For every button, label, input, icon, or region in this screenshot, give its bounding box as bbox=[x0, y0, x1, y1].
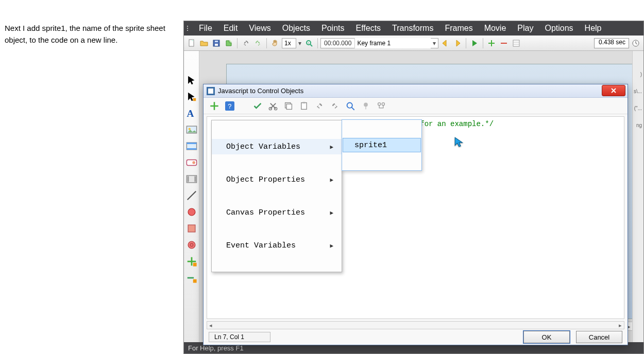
ctx-item-object-properties[interactable]: Object Properties▶ bbox=[212, 172, 342, 187]
remove-tool-icon[interactable] bbox=[186, 272, 197, 284]
timecode-label: 00:00.000 bbox=[321, 40, 354, 47]
next-frame-icon[interactable] bbox=[452, 38, 463, 49]
duration-display: 0.438 sec bbox=[594, 38, 629, 48]
clock-icon[interactable] bbox=[630, 38, 641, 49]
undo-icon[interactable] bbox=[240, 38, 251, 49]
video-tool-icon[interactable] bbox=[186, 140, 197, 152]
new-file-icon[interactable] bbox=[186, 38, 197, 49]
redo-icon[interactable] bbox=[252, 38, 264, 49]
polygon-tool-icon[interactable] bbox=[186, 239, 197, 251]
object-variables-submenu: sprite1 bbox=[342, 119, 422, 171]
svg-rect-39 bbox=[286, 104, 292, 109]
zoom-dropdown-icon[interactable]: ▾ bbox=[297, 40, 302, 47]
insert-context-menu: Object Variables▶ Object Properties▶ Can… bbox=[211, 120, 342, 272]
svg-rect-30 bbox=[187, 277, 193, 279]
paste-icon[interactable] bbox=[299, 101, 309, 111]
frame-name-input[interactable] bbox=[354, 38, 431, 48]
menu-play[interactable]: Play bbox=[512, 24, 539, 33]
menu-points[interactable]: Points bbox=[316, 24, 350, 33]
check-syntax-icon[interactable] bbox=[253, 101, 262, 111]
add-tool-icon[interactable] bbox=[186, 256, 197, 267]
rect-tool-icon[interactable] bbox=[186, 223, 197, 234]
svg-text:+: + bbox=[308, 41, 310, 44]
select-tool-icon[interactable] bbox=[186, 75, 197, 86]
ctx-item-object-variables[interactable]: Object Variables▶ bbox=[212, 139, 342, 154]
svg-rect-41 bbox=[302, 102, 305, 103]
svg-rect-45 bbox=[365, 106, 366, 109]
svg-text:?: ? bbox=[228, 102, 231, 110]
menu-transforms[interactable]: Transforms bbox=[386, 24, 439, 33]
svg-point-27 bbox=[188, 241, 195, 249]
zoom-fit-icon[interactable]: + bbox=[303, 38, 315, 49]
svg-text:A: A bbox=[187, 108, 194, 119]
ctx-item-canvas-properties[interactable]: Canvas Properties▶ bbox=[212, 205, 342, 220]
ellipse-tool-icon[interactable] bbox=[186, 206, 197, 218]
menu-views[interactable]: Views bbox=[243, 24, 276, 33]
zoom-input[interactable] bbox=[282, 38, 296, 48]
context-help-icon[interactable]: ? bbox=[225, 101, 234, 111]
svg-line-5 bbox=[310, 44, 312, 46]
dialog-toolbar: ? bbox=[204, 98, 628, 114]
cut-icon[interactable] bbox=[268, 101, 278, 111]
add-frame-icon[interactable] bbox=[486, 38, 497, 49]
submenu-item-sprite1[interactable]: sprite1 bbox=[343, 138, 421, 152]
play-icon[interactable] bbox=[469, 38, 480, 49]
dialog-statusbar: Ln 7, Col 1 OK Cancel bbox=[204, 329, 628, 345]
line-tool-icon[interactable] bbox=[186, 190, 197, 201]
outline-icon[interactable] bbox=[377, 101, 386, 111]
svg-rect-22 bbox=[187, 176, 189, 182]
menu-file[interactable]: File bbox=[193, 24, 218, 33]
dialog-titlebar[interactable]: Javascript to Control Objects bbox=[204, 84, 628, 98]
node-select-tool-icon[interactable] bbox=[186, 91, 197, 102]
code-horizontal-scrollbar[interactable]: ◂ ▸ bbox=[207, 321, 624, 329]
dialog-close-button[interactable] bbox=[602, 85, 625, 96]
cancel-button[interactable]: Cancel bbox=[576, 331, 622, 343]
find-icon[interactable] bbox=[346, 101, 355, 111]
image-tool-icon[interactable] bbox=[186, 124, 197, 135]
svg-rect-3 bbox=[215, 41, 218, 42]
svg-point-25 bbox=[188, 208, 195, 216]
svg-rect-12 bbox=[193, 98, 196, 101]
menu-effects[interactable]: Effects bbox=[350, 24, 386, 33]
svg-rect-33 bbox=[208, 88, 213, 94]
dialog-app-icon bbox=[207, 87, 215, 95]
svg-line-24 bbox=[187, 191, 196, 200]
undo-dlg-icon[interactable] bbox=[315, 101, 324, 111]
chevron-right-icon: ▶ bbox=[330, 176, 333, 183]
frame-list-icon[interactable] bbox=[511, 38, 522, 49]
movieclip-tool-icon[interactable] bbox=[186, 173, 197, 185]
code-editor[interactable]: ontext Help above for an example.*/ 0; s… bbox=[207, 116, 624, 319]
menu-edit[interactable]: Edit bbox=[218, 24, 244, 33]
menu-frames[interactable]: Frames bbox=[439, 24, 478, 33]
open-file-icon[interactable] bbox=[198, 38, 210, 49]
text-tool-icon[interactable]: A bbox=[186, 108, 197, 119]
ok-button[interactable]: OK bbox=[523, 331, 570, 343]
main-toolbar: ▾ + 00:00.000 ▾ 0.438 sec bbox=[184, 36, 643, 51]
prev-frame-icon[interactable] bbox=[439, 38, 451, 49]
save-icon[interactable] bbox=[211, 38, 222, 49]
button-tool-icon[interactable] bbox=[186, 157, 197, 168]
menu-movie[interactable]: Movie bbox=[479, 24, 512, 33]
workspace: 📌 × A ◂ ▸ ▴ ▾ ) bbox=[184, 51, 643, 342]
chevron-right-icon: ▶ bbox=[330, 242, 333, 249]
copy-icon[interactable] bbox=[284, 101, 293, 111]
menu-help[interactable]: Help bbox=[579, 24, 607, 33]
frame-dropdown-icon[interactable]: ▾ bbox=[431, 40, 438, 47]
bookmark-icon[interactable] bbox=[361, 101, 370, 111]
svg-rect-2 bbox=[215, 44, 218, 46]
code-scroll-right-icon[interactable]: ▸ bbox=[617, 322, 624, 329]
export-icon[interactable] bbox=[223, 38, 234, 49]
tools-panel: A bbox=[184, 51, 199, 342]
svg-point-42 bbox=[347, 102, 352, 108]
script-dialog: Javascript to Control Objects ? bbox=[203, 84, 628, 345]
remove-frame-icon[interactable] bbox=[498, 38, 510, 49]
app-window: File Edit Views Objects Points Effects T… bbox=[183, 21, 644, 354]
grip-icon bbox=[187, 26, 190, 31]
menu-options[interactable]: Options bbox=[539, 24, 579, 33]
pan-hand-icon[interactable] bbox=[269, 38, 281, 49]
redo-dlg-icon[interactable] bbox=[330, 101, 340, 111]
code-scroll-left-icon[interactable]: ◂ bbox=[207, 322, 214, 329]
insert-variable-icon[interactable] bbox=[210, 101, 219, 111]
ctx-item-event-variables[interactable]: Event Variables▶ bbox=[212, 238, 342, 253]
menu-objects[interactable]: Objects bbox=[277, 24, 316, 33]
